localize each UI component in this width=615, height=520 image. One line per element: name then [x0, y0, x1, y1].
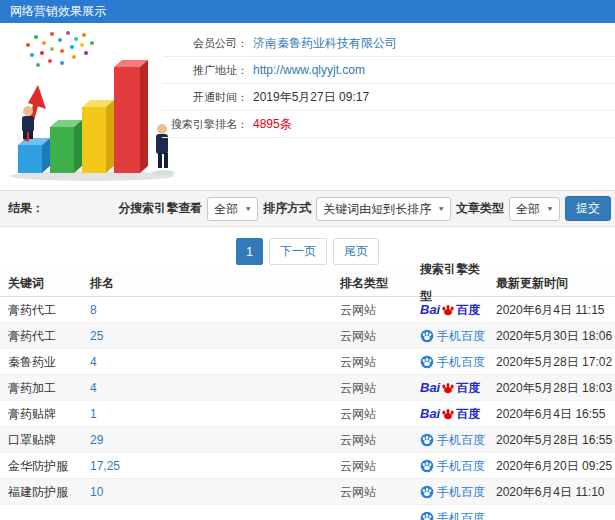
- mobile-baidu-icon: [420, 433, 434, 447]
- header-engine-type: 搜索引擎类型: [416, 270, 488, 296]
- chevron-down-icon: ▼: [244, 200, 252, 218]
- sort-value: 关键词由短到长排序: [323, 198, 431, 220]
- mobile-baidu-label: 手机百度: [437, 479, 485, 505]
- header-rank: 排名: [82, 270, 332, 296]
- cell-time: 2020年5月30日 18:06: [488, 323, 615, 349]
- mobile-baidu-icon: [420, 329, 434, 343]
- cell-engine: Bai 百度: [416, 453, 488, 479]
- cell-rank[interactable]: 4: [82, 375, 332, 401]
- cell-keyword: 膏药代工: [0, 323, 82, 349]
- baidu-wordmark: Bai: [420, 297, 440, 323]
- cell-rank[interactable]: 17,25: [82, 453, 332, 479]
- mobile-baidu-logo: 手机百度: [420, 505, 485, 520]
- cell-engine: Bai 百度: [416, 505, 488, 520]
- baidu-logo: Bai 百度: [420, 401, 480, 427]
- baidu-paw-icon: [441, 381, 455, 395]
- next-page-button[interactable]: 下一页: [269, 238, 327, 265]
- cell-rank-type: 云网站: [332, 349, 416, 375]
- info-row-rank-count: 搜索引擎排名： 4895条: [162, 111, 615, 138]
- submit-button[interactable]: 提交: [565, 196, 611, 221]
- cell-engine: Bai 百度: [416, 479, 488, 505]
- table-row: Bai 百度: [0, 505, 615, 520]
- cell-engine: Bai 百度: [416, 401, 488, 427]
- rank-count-value: 4895条: [253, 111, 292, 137]
- mobile-baidu-icon: [420, 485, 434, 499]
- cell-rank[interactable]: 4: [82, 349, 332, 375]
- keyword-rank-table: 关键词 排名 排名类型 搜索引擎类型 最新更新时间 Bai: [0, 270, 615, 520]
- promo-url-label: 推广地址：: [162, 57, 248, 83]
- mobile-baidu-icon: [420, 355, 434, 369]
- mobile-baidu-logo: 手机百度: [420, 453, 485, 479]
- cell-time: 2020年5月28日 17:02: [488, 349, 615, 375]
- table-row: 膏药代工 25 云网站 Bai 百度: [0, 323, 615, 349]
- cell-engine: Bai 百度: [416, 297, 488, 323]
- rank-count-label: 搜索引擎排名：: [162, 111, 248, 137]
- cell-rank-type: 云网站: [332, 427, 416, 453]
- filter-bar: 结果： 分搜索引擎查看 全部 ▼ 排序方式 关键词由短到长排序 ▼ 文章类型 全…: [0, 190, 615, 227]
- article-type-select[interactable]: 全部 ▼: [509, 197, 560, 221]
- info-row-url: 推广地址： http://www.qlyyjt.com: [162, 57, 615, 84]
- table-row: 口罩贴牌 29 云网站 Bai 百度: [0, 427, 615, 453]
- cell-time: 2020年5月28日 18:03: [488, 375, 615, 401]
- header-keyword: 关键词: [0, 270, 82, 296]
- mobile-baidu-icon: [420, 459, 434, 473]
- promo-url-link[interactable]: http://www.qlyyjt.com: [253, 57, 365, 83]
- baidu-logo: Bai 百度: [420, 297, 480, 323]
- mobile-baidu-logo: 手机百度: [420, 427, 485, 453]
- table-row: 金华防护服 17,25 云网站 Bai 百度: [0, 453, 615, 479]
- mobile-baidu-label: 手机百度: [437, 323, 485, 349]
- company-label: 会员公司：: [162, 30, 248, 56]
- baidu-cn-wordmark: 百度: [456, 297, 480, 323]
- filter-controls: 分搜索引擎查看 全部 ▼ 排序方式 关键词由短到长排序 ▼ 文章类型 全部 ▼ …: [118, 196, 611, 221]
- cell-rank[interactable]: 10: [82, 479, 332, 505]
- window-titlebar: 网络营销效果展示: [0, 0, 615, 23]
- table-row: 膏药加工 4 云网站 Bai 百度: [0, 375, 615, 401]
- mobile-baidu-label: 手机百度: [437, 453, 485, 479]
- cell-rank[interactable]: 8: [82, 297, 332, 323]
- chevron-down-icon: ▼: [546, 200, 554, 218]
- engine-filter-label: 分搜索引擎查看: [118, 200, 202, 217]
- cell-keyword: 口罩贴牌: [0, 427, 82, 453]
- sort-label: 排序方式: [263, 200, 311, 217]
- baidu-wordmark: Bai: [420, 375, 440, 401]
- cell-keyword: 膏药加工: [0, 375, 82, 401]
- baidu-cn-wordmark: 百度: [456, 375, 480, 401]
- page: 网络营销效果展示: [0, 0, 615, 520]
- cell-rank[interactable]: 1: [82, 401, 332, 427]
- cell-keyword: 金华防护服: [0, 453, 82, 479]
- article-type-label: 文章类型: [456, 200, 504, 217]
- baidu-paw-icon: [441, 407, 455, 421]
- info-row-company: 会员公司： 济南秦鲁药业科技有限公司: [162, 30, 615, 57]
- cell-rank-type: 云网站: [332, 323, 416, 349]
- info-row-open-time: 开通时间： 2019年5月27日 09:17: [162, 84, 615, 111]
- cell-rank-type: 云网站: [332, 375, 416, 401]
- last-page-button[interactable]: 尾页: [333, 238, 379, 265]
- sort-select[interactable]: 关键词由短到长排序 ▼: [316, 197, 451, 221]
- mobile-baidu-icon: [420, 511, 434, 520]
- cell-rank[interactable]: 29: [82, 427, 332, 453]
- chevron-down-icon: ▼: [437, 200, 445, 218]
- table-row: 福建防护服 10 云网站 Bai 百度: [0, 479, 615, 505]
- cell-engine: Bai 百度: [416, 349, 488, 375]
- table-row: 膏药贴牌 1 云网站 Bai 百度: [0, 401, 615, 427]
- member-info-panel: 会员公司： 济南秦鲁药业科技有限公司 推广地址： http://www.qlyy…: [162, 30, 615, 138]
- cell-engine: Bai 百度: [416, 375, 488, 401]
- cell-rank-type: 云网站: [332, 453, 416, 479]
- cell-keyword: 秦鲁药业: [0, 349, 82, 375]
- baidu-cn-wordmark: 百度: [456, 401, 480, 427]
- header-rank-type: 排名类型: [332, 270, 416, 296]
- cell-keyword: 福建防护服: [0, 479, 82, 505]
- pagination: 1 下一页 尾页: [0, 238, 615, 265]
- mobile-baidu-logo: 手机百度: [420, 479, 485, 505]
- article-type-value: 全部: [516, 198, 540, 220]
- page-number-current[interactable]: 1: [236, 238, 263, 265]
- cell-rank-type: 云网站: [332, 401, 416, 427]
- cell-keyword: 膏药贴牌: [0, 401, 82, 427]
- header-update-time: 最新更新时间: [488, 270, 615, 296]
- engine-filter-select[interactable]: 全部 ▼: [207, 197, 258, 221]
- cell-rank[interactable]: 25: [82, 323, 332, 349]
- cell-engine: Bai 百度: [416, 427, 488, 453]
- mobile-baidu-label: 手机百度: [437, 427, 485, 453]
- company-link[interactable]: 济南秦鲁药业科技有限公司: [253, 30, 397, 56]
- cell-time: 2020年6月20日 09:25: [488, 453, 615, 479]
